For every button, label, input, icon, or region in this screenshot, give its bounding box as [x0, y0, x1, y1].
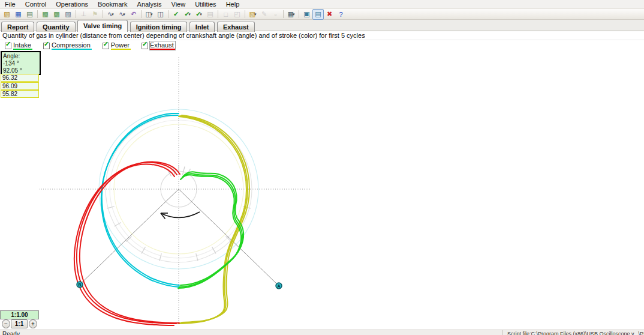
- angle-title: Angle:: [3, 53, 40, 60]
- toolbar-separator: [76, 10, 76, 18]
- undo-icon[interactable]: ↶: [128, 9, 139, 20]
- print-icon[interactable]: ▤: [24, 9, 35, 20]
- display-mode-icon[interactable]: ◫▾: [143, 9, 155, 20]
- open-icon[interactable]: ▧: [1, 9, 13, 20]
- label-icon[interactable]: ✎: [258, 9, 270, 20]
- tab-quantity[interactable]: Quantity: [37, 22, 76, 32]
- toolbar-separator: [103, 10, 103, 18]
- series-intake-curve: [179, 174, 242, 287]
- value-readout-3: 95.82: [1, 90, 39, 98]
- toolbar-separator: [141, 10, 142, 18]
- check-icon: ✓: [142, 40, 148, 48]
- tab-report[interactable]: Report: [1, 22, 34, 32]
- flag-icon[interactable]: ⚑: [89, 9, 101, 20]
- status-separator: [502, 330, 503, 335]
- glyph: ▩: [42, 10, 48, 18]
- zoom-vertical-icon[interactable]: ∿▾: [116, 9, 128, 20]
- series-exhaust-curve: [77, 163, 177, 324]
- tab-exhaust[interactable]: Exhaust: [217, 22, 255, 32]
- accept-all-icon[interactable]: ✔▾: [193, 9, 204, 20]
- accept-icon[interactable]: ✔: [170, 9, 182, 20]
- power-legend-item[interactable]: ✓ Power: [103, 41, 131, 50]
- display-mode-2-icon[interactable]: ◫: [155, 9, 166, 20]
- series-power-curve: [182, 115, 249, 322]
- save-image-icon[interactable]: ▩: [51, 9, 62, 20]
- script-file-path: Script file:C:\Program Files (x86)\USB O…: [507, 331, 644, 335]
- value-readout-1: 96.32: [1, 74, 39, 82]
- menu-operations[interactable]: Operations: [51, 0, 93, 8]
- glyph: ▨: [65, 10, 71, 18]
- value-readout-2: 96.09: [1, 82, 39, 90]
- glyph: ↶: [131, 10, 136, 18]
- export-report-icon[interactable]: ▨: [62, 9, 74, 20]
- intake-checkbox[interactable]: ✓: [5, 43, 11, 49]
- toolbar: ▧▦▤▩▩▨⊥⚑∿▾∿▾↶◫▾◫✔✔▾✔▾▤□◰▧▾✎▫▦▾▣▤✖?: [0, 9, 644, 20]
- glyph: ?: [339, 11, 342, 18]
- menu-bookmark[interactable]: Bookmark: [93, 0, 133, 8]
- dropdown-arrow-icon: ▾: [200, 12, 202, 17]
- menu-utilities[interactable]: Utilities: [190, 0, 221, 8]
- status-bar: Ready Script file:C:\Program Files (x86)…: [0, 330, 644, 335]
- check-icon: ✓: [44, 40, 49, 48]
- compression-legend-item[interactable]: ✓ Compression: [43, 41, 92, 50]
- power-checkbox[interactable]: ✓: [103, 43, 109, 49]
- new-session-icon[interactable]: ▧▾: [247, 9, 258, 20]
- glyph: ▤: [26, 10, 32, 18]
- zoom-out-button[interactable]: −: [2, 319, 10, 328]
- script-panel-icon[interactable]: ▤: [312, 9, 324, 20]
- copy-image-icon[interactable]: ▩: [40, 9, 51, 20]
- series-exhaust-curve: [80, 162, 180, 323]
- window-icon[interactable]: □: [220, 9, 231, 20]
- zoom-in-button[interactable]: +: [29, 319, 37, 328]
- dropdown-arrow-icon: ▾: [188, 12, 191, 17]
- menu-file[interactable]: File: [0, 0, 20, 8]
- dropdown-arrow-icon: ▾: [112, 12, 114, 17]
- menu-help[interactable]: Help: [221, 0, 245, 8]
- accept-next-icon[interactable]: ✔▾: [182, 9, 193, 20]
- glyph: ◫: [157, 10, 163, 18]
- delete-session-icon[interactable]: ▫: [270, 9, 281, 20]
- zoom-reset-button[interactable]: 1:1: [11, 319, 28, 328]
- glyph: ▤: [315, 10, 321, 18]
- power-label: Power: [111, 41, 131, 50]
- menu-bar: File Control Operations Bookmark Analysi…: [0, 0, 644, 9]
- toolbar-separator: [283, 10, 284, 18]
- oscillogram-view-icon[interactable]: ▣: [301, 9, 312, 20]
- intake-legend-item[interactable]: ✓ Intake: [5, 41, 32, 50]
- center-tick: [182, 166, 185, 175]
- marker-B-label: B: [78, 283, 81, 287]
- glyph: ▦: [15, 10, 21, 18]
- save-icon[interactable]: ▦: [13, 9, 24, 20]
- menu-control[interactable]: Control: [20, 0, 51, 8]
- dropdown-arrow-icon: ▾: [151, 12, 153, 17]
- tab-inlet[interactable]: Inlet: [189, 22, 215, 32]
- marker-line-B: [80, 189, 179, 285]
- window-callout-icon[interactable]: ◰: [231, 9, 243, 20]
- compression-checkbox[interactable]: ✓: [43, 43, 50, 49]
- help-icon[interactable]: ?: [335, 9, 347, 20]
- toolbar-separator: [168, 10, 168, 18]
- tab-ignition-timing[interactable]: Ignition timing: [130, 22, 188, 32]
- tab-valve-timing[interactable]: Valve timing: [77, 20, 128, 32]
- glyph: □: [224, 11, 228, 18]
- toolbar-separator: [299, 10, 299, 18]
- status-text: Ready: [2, 331, 20, 335]
- menu-analysis[interactable]: Analysis: [133, 0, 167, 8]
- exhaust-legend-item[interactable]: ✓ Exhaust: [142, 41, 175, 50]
- toolbar-separator: [245, 10, 245, 18]
- close-script-icon[interactable]: ✖: [324, 9, 335, 20]
- zoom-horizontal-icon[interactable]: ∿▾: [105, 9, 116, 20]
- tab-bar: Report Quantity Valve timing Ignition ti…: [0, 20, 644, 31]
- glyph: ▩: [53, 10, 59, 18]
- anchor-icon[interactable]: ⊥: [78, 9, 89, 20]
- glyph: ▣: [303, 10, 309, 18]
- series-intake-curve: [178, 175, 241, 288]
- menu-view[interactable]: View: [167, 0, 191, 8]
- dropdown-arrow-icon: ▾: [123, 12, 125, 17]
- check-icon: ✓: [103, 40, 109, 48]
- toolbar-separator: [37, 10, 38, 18]
- exhaust-label: Exhaust: [150, 41, 175, 50]
- keyboard-icon[interactable]: ▦▾: [285, 9, 297, 20]
- exhaust-checkbox[interactable]: ✓: [142, 43, 148, 49]
- notes-icon[interactable]: ▤: [204, 9, 216, 20]
